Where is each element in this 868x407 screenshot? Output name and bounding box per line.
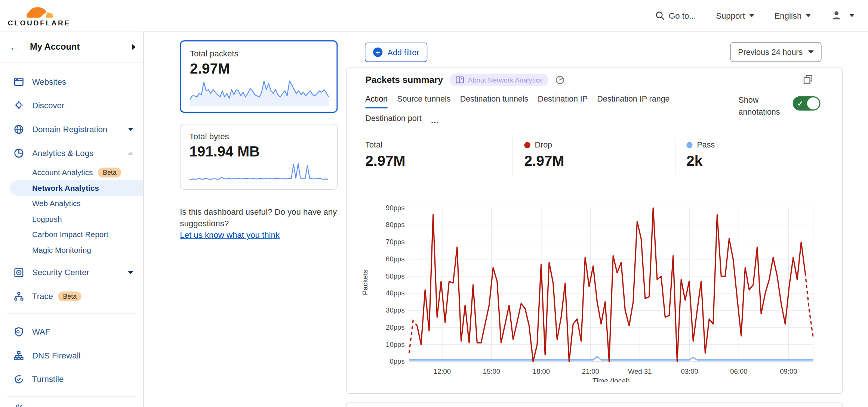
browser-window-icon (14, 77, 24, 87)
sidebar-item-websites[interactable]: Websites (0, 70, 144, 94)
sidebar-item-turnstile[interactable]: Turnstile (0, 367, 144, 391)
shield-gear-icon (14, 326, 24, 336)
sidebar-item-network-analytics[interactable]: Network Analytics (10, 180, 144, 196)
user-icon (831, 10, 842, 21)
goto-search[interactable]: Go to... (655, 11, 696, 20)
top-navigation-bar: CLOUDFLARE Go to... Support English (0, 0, 868, 31)
sidebar-item-security-center[interactable]: Security Center (0, 260, 144, 284)
stat-pass[interactable]: Pass 2k (675, 138, 843, 175)
sidebar: ← My Account Websites Discover Domain Re… (0, 31, 144, 407)
svg-text:40pps: 40pps (386, 289, 404, 297)
stat-total: Total 2.97M (347, 138, 513, 175)
book-icon (456, 76, 464, 83)
cloudflare-cloud-icon (23, 5, 55, 20)
chevron-down-icon (128, 127, 133, 131)
y-axis-label: Packets (361, 263, 369, 302)
lightbulb-icon (14, 100, 24, 111)
sidebar-item-carbon-impact-report[interactable]: Carbon Impact Report (0, 227, 144, 242)
sidebar-divider (7, 397, 136, 397)
feedback-question: Is this dashboard useful? Do you have an… (180, 206, 338, 229)
chevron-down-icon (808, 50, 814, 54)
svg-text:0pps: 0pps (390, 357, 404, 365)
support-menu[interactable]: Support (716, 11, 754, 20)
about-network-analytics-badge[interactable]: About Network Analytics (450, 74, 549, 86)
panel-title: Packets summary (365, 75, 443, 85)
total-packets-value: 2.97M (190, 60, 328, 77)
pie-chart-icon[interactable] (555, 75, 565, 84)
chevron-down-icon (849, 14, 855, 17)
sidebar-item-account-analytics[interactable]: Account Analytics Beta (0, 165, 144, 180)
total-packets-title: Total packets (190, 49, 328, 58)
dimension-tabs-row2: Destination port ... (365, 114, 439, 127)
back-arrow-icon[interactable]: ← (9, 41, 20, 52)
sidebar-account-header: ← My Account (0, 31, 144, 62)
chevron-up-icon (128, 151, 133, 155)
svg-text:30pps: 30pps (386, 306, 404, 314)
stat-drop[interactable]: Drop 2.97M (513, 138, 675, 175)
sidebar-item-dns-firewall[interactable]: DNS Firewall (0, 344, 144, 367)
hierarchy-icon (14, 350, 24, 360)
svg-text:12:00: 12:00 (434, 367, 451, 375)
total-packets-card[interactable]: Total packets 2.97M (180, 40, 338, 113)
svg-text:18:00: 18:00 (533, 367, 550, 375)
legend-stats-row: Total 2.97M Drop 2.97M Pass 2k (347, 138, 843, 175)
next-panel-edge (346, 403, 843, 407)
total-bytes-card[interactable]: Total bytes 191.94 MB (180, 124, 338, 190)
svg-text:06:00: 06:00 (730, 367, 747, 375)
expand-panel-icon[interactable] (803, 75, 813, 84)
language-menu[interactable]: English (774, 11, 811, 20)
show-annotations-label: Show annotations (738, 94, 786, 118)
tab-destination-ip[interactable]: Destination IP (538, 94, 588, 108)
svg-text:09:00: 09:00 (780, 367, 797, 375)
chevron-down-icon (749, 14, 754, 17)
stat-pass-value: 2k (686, 153, 843, 170)
svg-text:Time (local): Time (local) (592, 377, 630, 382)
add-filter-button[interactable]: + Add filter (365, 43, 428, 62)
sidebar-item-waf[interactable]: WAF (0, 320, 144, 344)
chevron-down-icon (128, 271, 133, 274)
sidebar-item-domain-registration[interactable]: Domain Registration (0, 117, 144, 141)
svg-text:80pps: 80pps (386, 221, 404, 229)
support-label: Support (716, 11, 745, 20)
total-bytes-title: Total bytes (189, 131, 328, 141)
search-icon (655, 11, 665, 20)
show-annotations-toggle[interactable]: ✓ (793, 96, 821, 111)
language-label: English (774, 11, 801, 20)
svg-text:20pps: 20pps (386, 323, 404, 331)
user-account-menu[interactable] (831, 10, 855, 21)
tab-destination-ip-range[interactable]: Destination IP range (597, 94, 670, 108)
packets-time-series-chart: 0pps10pps20pps30pps40pps50pps60pps70pps8… (377, 204, 825, 382)
globe-icon (14, 124, 24, 134)
tab-destination-port[interactable]: Destination port (365, 114, 421, 127)
tab-destination-tunnels[interactable]: Destination tunnels (460, 94, 529, 108)
toggle-knob (807, 97, 819, 110)
sidebar-item-trace[interactable]: Trace Beta (0, 284, 144, 308)
beta-badge: Beta (98, 168, 121, 178)
sidebar-item-discover[interactable]: Discover (0, 93, 144, 117)
sidebar-item-partial[interactable] (0, 403, 144, 407)
chevron-right-icon[interactable] (132, 44, 136, 50)
stat-drop-value: 2.97M (524, 153, 675, 170)
goto-label: Go to... (669, 11, 696, 20)
cloudflare-logo[interactable]: CLOUDFLARE (8, 5, 71, 27)
tab-action[interactable]: Action (365, 94, 388, 108)
security-safe-icon (14, 267, 24, 277)
sidebar-item-analytics-logs[interactable]: Analytics & Logs (0, 141, 144, 165)
starburst-icon (14, 403, 24, 407)
svg-text:10pps: 10pps (386, 341, 404, 348)
sidebar-item-logpush[interactable]: Logpush (0, 211, 144, 227)
tab-source-tunnels[interactable]: Source tunnels (397, 94, 450, 108)
main-content: + Add filter Previous 24 hours Packets s… (346, 31, 868, 407)
brand-wordmark: CLOUDFLARE (8, 19, 71, 27)
stat-total-value: 2.97M (365, 153, 513, 170)
sidebar-item-web-analytics[interactable]: Web Analytics (0, 196, 144, 211)
svg-text:50pps: 50pps (386, 272, 404, 280)
plus-icon: + (373, 47, 382, 57)
time-range-dropdown[interactable]: Previous 24 hours (730, 42, 821, 62)
pass-legend-dot (686, 142, 692, 148)
svg-text:15:00: 15:00 (483, 367, 500, 375)
drop-legend-dot (524, 142, 530, 148)
sidebar-item-magic-monitoring[interactable]: Magic Monitoring (0, 242, 144, 258)
tabs-overflow-button[interactable]: ... (431, 116, 439, 125)
feedback-link[interactable]: Let us know what you think (180, 230, 280, 239)
